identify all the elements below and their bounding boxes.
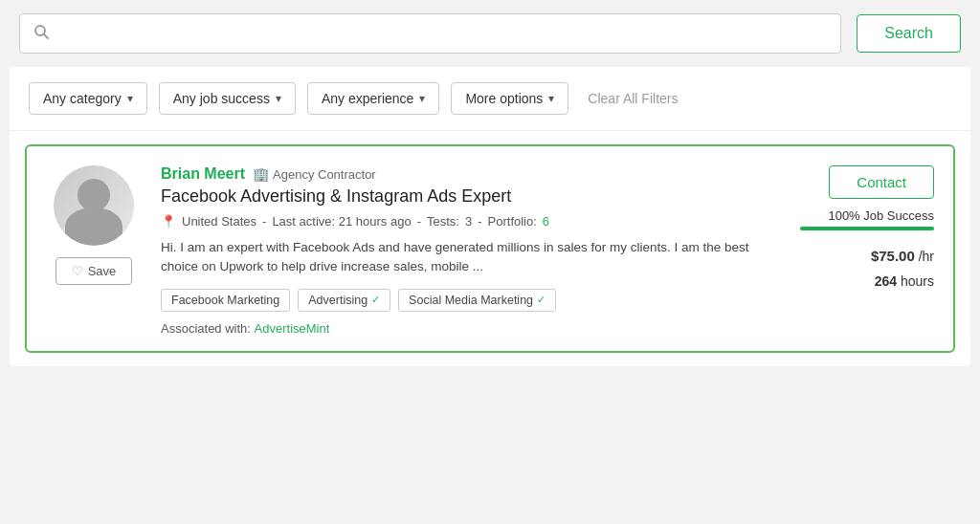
avatar	[54, 165, 134, 246]
search-bar: brian meert Search	[0, 0, 980, 67]
association-link[interactable]: AdvertiseMint	[255, 321, 330, 336]
more-options-filter[interactable]: More options ▾	[451, 82, 568, 115]
category-filter[interactable]: Any category ▾	[29, 82, 147, 115]
search-wrapper: brian meert	[19, 13, 841, 54]
job-success-filter[interactable]: Any job success ▾	[159, 82, 296, 115]
save-label: Save	[88, 264, 117, 278]
middle-col: Brian Meert 🏢 Agency Contractor Facebook…	[161, 165, 781, 336]
left-col: ♡ Save	[46, 165, 142, 285]
agency-badge: 🏢 Agency Contractor	[253, 166, 376, 182]
check-icon: ✓	[371, 294, 380, 306]
right-col: Contact 100% Job Success $75.00 /hr 264 …	[800, 165, 934, 289]
heart-icon: ♡	[72, 264, 83, 278]
last-active: Last active: 21 hours ago	[272, 214, 411, 229]
freelancer-name: Brian Meert	[161, 165, 245, 183]
search-icon	[33, 24, 49, 43]
agency-icon: 🏢	[253, 166, 269, 182]
rate-row: $75.00 /hr	[871, 248, 934, 264]
description: Hi. I am an expert with Facebook Ads and…	[161, 238, 781, 277]
progress-bar	[800, 227, 934, 230]
name-row: Brian Meert 🏢 Agency Contractor	[161, 165, 781, 183]
save-button[interactable]: ♡ Save	[56, 257, 133, 285]
chevron-down-icon: ▾	[127, 92, 133, 105]
portfolio-link[interactable]: 6	[543, 214, 549, 229]
tag: Facebook Marketing	[161, 289, 290, 312]
meta-row: 📍 United States - Last active: 21 hours …	[161, 214, 781, 229]
avatar-image	[54, 165, 134, 246]
agency-label: Agency Contractor	[273, 167, 376, 182]
rate-value: $75.00	[871, 248, 915, 264]
filters-bar: Any category ▾ Any job success ▾ Any exp…	[10, 67, 970, 131]
more-options-filter-label: More options	[465, 91, 543, 106]
hours-unit: hours	[901, 273, 934, 289]
location-icon: 📍	[161, 214, 176, 229]
results-area: ♡ Save Brian Meert 🏢 Agency Contractor F…	[10, 131, 970, 366]
contact-button[interactable]: Contact	[829, 165, 934, 199]
category-filter-label: Any category	[43, 91, 122, 106]
clear-filters-button[interactable]: Clear All Filters	[588, 91, 678, 106]
experience-filter-label: Any experience	[322, 91, 414, 106]
separator1: -	[262, 214, 266, 229]
separator2: -	[417, 214, 421, 229]
chevron-down-icon: ▾	[419, 92, 425, 105]
main-content: Any category ▾ Any job success ▾ Any exp…	[10, 67, 970, 366]
chevron-down-icon: ▾	[276, 92, 281, 105]
tags-row: Facebook MarketingAdvertising✓Social Med…	[161, 289, 781, 312]
tag: Social Media Marketing✓	[398, 289, 556, 312]
check-icon: ✓	[537, 294, 546, 306]
portfolio-label: Portfolio:	[488, 214, 537, 229]
tag: Advertising✓	[298, 289, 390, 312]
association-prefix: Associated with:	[161, 321, 251, 336]
separator3: -	[478, 214, 481, 229]
job-success-filter-label: Any job success	[173, 91, 270, 106]
hours-value: 264	[875, 273, 897, 289]
freelancer-card: ♡ Save Brian Meert 🏢 Agency Contractor F…	[25, 144, 955, 353]
location: United States	[182, 214, 256, 229]
experience-filter[interactable]: Any experience ▾	[307, 82, 440, 115]
job-title: Facebook Advertising & Instagram Ads Exp…	[161, 186, 781, 207]
search-button[interactable]: Search	[857, 14, 961, 53]
job-success: 100% Job Success	[800, 208, 934, 238]
svg-line-1	[44, 34, 48, 38]
search-input[interactable]: brian meert	[56, 26, 827, 42]
association-row: Associated with: AdvertiseMint	[161, 321, 781, 336]
progress-bar-fill	[800, 227, 934, 230]
job-success-label: 100% Job Success	[800, 208, 934, 223]
tests-count: 3	[465, 214, 472, 229]
tests-label: Tests:	[427, 214, 459, 229]
hours-row: 264 hours	[875, 273, 934, 289]
chevron-down-icon: ▾	[548, 92, 554, 105]
rate-unit: /hr	[919, 249, 934, 264]
